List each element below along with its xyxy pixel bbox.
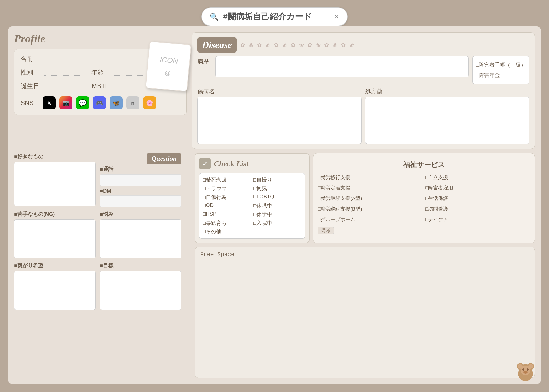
birthday-label: 誕生日 bbox=[21, 82, 39, 90]
disability-pension-checkbox[interactable]: □障害年金 bbox=[476, 70, 526, 80]
free-space-section: Free Space bbox=[195, 247, 535, 378]
sns-line-button[interactable]: 💬 bbox=[76, 96, 89, 109]
icon-card-at: @ bbox=[164, 70, 171, 77]
svg-point-8 bbox=[518, 364, 523, 369]
search-icon: 🔍 bbox=[210, 13, 219, 21]
welfare-item-8[interactable]: □グループホーム bbox=[318, 215, 423, 224]
nayami-label: ■悩み bbox=[100, 211, 181, 218]
shobyo-label: 傷病名 bbox=[197, 88, 362, 95]
name-label: 名前 bbox=[21, 55, 39, 63]
profile-section: Profile 名前 性別 年齢 誕生日 MBT bbox=[14, 32, 187, 149]
sns-mixi-button[interactable]: 🌸 bbox=[143, 96, 156, 109]
disease-section: Disease ✿ ❀ ✿ ❀ ✿ ❀ ✿ ❀ ✿ ❀ ✿ ❀ ✿ ❀ 病歴 □… bbox=[192, 32, 535, 149]
welfare-title: 福祉サービス bbox=[318, 160, 530, 169]
sns-instagram-button[interactable]: 📷 bbox=[59, 96, 72, 109]
welfare-item-1[interactable]: □自立支援 bbox=[425, 173, 530, 182]
check-icon: ✓ bbox=[199, 158, 211, 169]
welfare-item-6[interactable]: □就労継続支援(B型) bbox=[318, 205, 423, 214]
sukina-input[interactable] bbox=[14, 162, 96, 206]
welfare-item-3[interactable]: □障害者雇用 bbox=[425, 183, 530, 192]
icon-card-text: ICON bbox=[159, 55, 179, 65]
tsuwa-label: ■通話 bbox=[100, 166, 181, 173]
check-item-8[interactable]: □HSP bbox=[203, 211, 251, 218]
check-item-0[interactable]: □希死念慮 bbox=[203, 176, 251, 183]
welfare-item-5[interactable]: □生活保護 bbox=[425, 194, 530, 203]
check-item-1[interactable]: □自撮り bbox=[253, 176, 301, 183]
question-section: Question ■通話 ■DM bbox=[100, 153, 181, 207]
shobyo-col: 傷病名 bbox=[197, 88, 362, 144]
check-item-10[interactable]: □毒親育ち bbox=[203, 220, 251, 227]
check-item-11[interactable]: □入院中 bbox=[253, 220, 301, 227]
gender-label: 性別 bbox=[21, 68, 39, 77]
sukina-label: ■好きなもの bbox=[14, 153, 43, 160]
check-item-9[interactable]: □休学中 bbox=[253, 211, 301, 218]
mokuhyo-input[interactable] bbox=[100, 271, 181, 310]
dm-input[interactable] bbox=[100, 195, 181, 207]
sns-x-button[interactable]: 𝕏 bbox=[43, 96, 56, 109]
dm-label: ■DM bbox=[100, 188, 181, 194]
shoho-input[interactable] bbox=[365, 97, 529, 144]
search-bar[interactable]: 🔍 #闘病垢自己紹介カード ✕ bbox=[201, 7, 348, 26]
birthday-input[interactable] bbox=[45, 83, 87, 89]
checklist-box: ✓ Check List □希死念慮 □自撮り □トラウマ □惚気 □自傷行為 … bbox=[195, 153, 310, 243]
welfare-item-2[interactable]: □就労定着支援 bbox=[318, 183, 423, 192]
disease-header: Disease ✿ ❀ ✿ ❀ ✿ ❀ ✿ ❀ ✿ ❀ ✿ ❀ ✿ ❀ bbox=[197, 37, 529, 53]
tsunagari-label: ■繋がり希望 bbox=[14, 262, 96, 269]
checklist-title: Check List bbox=[214, 159, 249, 168]
search-text: #闘病垢自己紹介カード bbox=[223, 11, 330, 22]
free-space-title: Free Space bbox=[200, 251, 529, 258]
disability-checkboxes: □障害者手帳（ 級） □障害年金 bbox=[472, 56, 529, 84]
sns-n-button[interactable]: n bbox=[126, 96, 139, 109]
svg-point-9 bbox=[528, 364, 533, 369]
sns-butterfly-button[interactable]: 🦋 bbox=[110, 96, 123, 109]
dm-section: ■DM bbox=[100, 188, 181, 207]
check-item-7[interactable]: □休職中 bbox=[253, 202, 301, 209]
gender-input[interactable] bbox=[44, 69, 86, 76]
check-item-4[interactable]: □自傷行為 bbox=[203, 194, 251, 201]
disease-flowers: ✿ ❀ ✿ ❀ ✿ ❀ ✿ ❀ ✿ ❀ ✿ ❀ ✿ ❀ bbox=[240, 42, 529, 48]
welfare-items: □就労移行支援 □自立支援 □就労定着支援 □障害者雇用 □就労継続支援(A型)… bbox=[318, 173, 530, 224]
check-item-12[interactable]: □その他 bbox=[203, 228, 251, 235]
mokuhyo-section: ■目標 bbox=[100, 262, 181, 310]
svg-point-5 bbox=[522, 368, 524, 371]
sns-discord-button[interactable]: 🎮 bbox=[93, 96, 106, 109]
check-item-2[interactable]: □トラウマ bbox=[203, 185, 251, 192]
svg-point-6 bbox=[527, 368, 529, 371]
check-item-13 bbox=[253, 228, 301, 235]
tsunagari-input[interactable] bbox=[14, 271, 96, 310]
sukina-section: ■好きなもの bbox=[14, 153, 96, 206]
nayami-input[interactable] bbox=[100, 219, 181, 258]
tsuwa-section: ■通話 bbox=[100, 166, 181, 186]
nigate-input[interactable] bbox=[14, 219, 96, 258]
nayami-section: ■悩み bbox=[100, 211, 181, 258]
welfare-item-4[interactable]: □就労継続支援(A型) bbox=[318, 194, 423, 203]
disability-card-checkbox[interactable]: □障害者手帳（ 級） bbox=[476, 60, 526, 70]
main-card: Profile 名前 性別 年齢 誕生日 MBT bbox=[8, 26, 541, 384]
checklist-header: ✓ Check List bbox=[199, 158, 305, 169]
byoreki-label: 病歴 bbox=[197, 56, 212, 66]
mbti-label: MBTI bbox=[92, 82, 109, 90]
check-item-6[interactable]: □OD bbox=[203, 202, 251, 209]
byoreki-row: 病歴 □障害者手帳（ 級） □障害年金 bbox=[197, 56, 529, 84]
備考-label: 備考 bbox=[318, 227, 334, 234]
tsuwa-input[interactable] bbox=[100, 174, 181, 186]
bear-icon bbox=[515, 361, 536, 382]
check-item-5[interactable]: □LGBTQ bbox=[253, 194, 301, 201]
welfare-item-7[interactable]: □訪問看護 bbox=[425, 205, 530, 214]
right-panel: ✓ Check List □希死念慮 □自撮り □トラウマ □惚気 □自傷行為 … bbox=[195, 153, 535, 378]
check-item-3[interactable]: □惚気 bbox=[253, 185, 301, 192]
close-icon[interactable]: ✕ bbox=[334, 13, 339, 20]
shoho-label: 処方薬 bbox=[365, 88, 529, 95]
disease-lower: 傷病名 処方薬 bbox=[197, 88, 529, 144]
svg-point-7 bbox=[523, 371, 528, 374]
welfare-item-9[interactable]: □デイケア bbox=[425, 215, 530, 224]
sns-row: SNS 𝕏 📷 💬 🎮 🦋 n 🌸 bbox=[21, 96, 180, 109]
icon-card: ICON @ bbox=[145, 41, 191, 91]
welfare-dotted-top bbox=[318, 158, 530, 158]
free-space-input[interactable] bbox=[200, 260, 529, 286]
disease-title: Disease bbox=[197, 37, 237, 53]
shobyo-input[interactable] bbox=[197, 97, 362, 144]
byoreki-input[interactable] bbox=[215, 56, 469, 77]
welfare-item-0[interactable]: □就労移行支援 bbox=[318, 173, 423, 182]
welfare-box: 福祉サービス □就労移行支援 □自立支援 □就労定着支援 □障害者雇用 □就労継… bbox=[313, 153, 535, 243]
